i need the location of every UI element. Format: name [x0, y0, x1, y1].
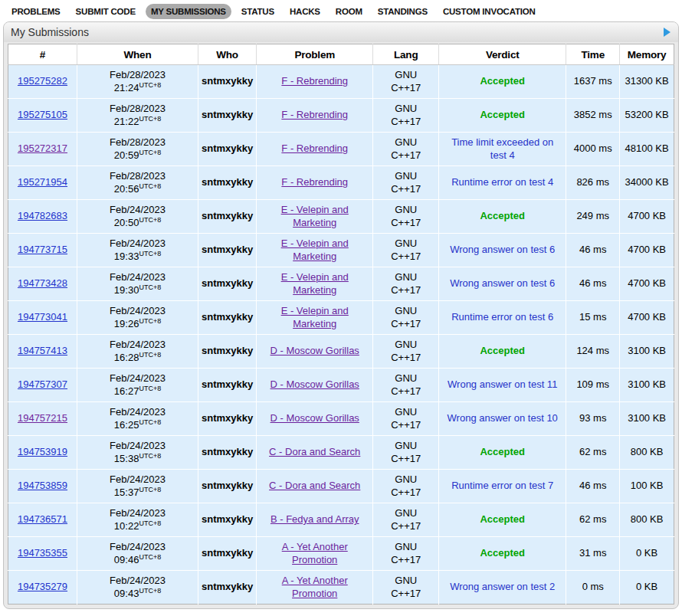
submission-memory: 4700 KB: [620, 234, 674, 267]
submission-memory: 0 KB: [620, 571, 674, 605]
submission-id-link[interactable]: 194757413: [18, 345, 67, 356]
submission-memory: 800 KB: [620, 503, 674, 537]
problem-link[interactable]: C - Dora and Search: [269, 480, 360, 491]
problem-link[interactable]: E - Velepin and Marketing: [281, 305, 349, 329]
problem-link[interactable]: F - Rebrending: [281, 75, 348, 87]
table-row: 194735355 Feb/24/2023 09:46UTC+8 sntmxyk…: [8, 537, 674, 571]
submission-author: sntmxykky: [198, 402, 257, 436]
problem-link[interactable]: D - Moscow Gorillas: [271, 345, 359, 356]
submissions-table: # When Who Problem Lang Verdict Time Mem…: [8, 44, 674, 605]
submission-id-link[interactable]: 195271954: [18, 176, 67, 188]
problem-link[interactable]: D - Moscow Gorillas: [271, 412, 359, 424]
submission-id-link[interactable]: 195275105: [18, 109, 67, 120]
submission-id-link[interactable]: 194735355: [18, 547, 67, 559]
nav-item-standings[interactable]: Standings: [372, 4, 433, 19]
nav-item-problems[interactable]: Problems: [6, 4, 66, 19]
problem-link[interactable]: F - Rebrending: [281, 109, 348, 120]
submission-author: sntmxykky: [198, 99, 257, 133]
submission-memory: 34000 KB: [620, 166, 674, 200]
submission-id-link[interactable]: 195275282: [18, 75, 67, 87]
problem-link[interactable]: E - Velepin and Marketing: [281, 271, 349, 296]
nav-item-status[interactable]: Status: [236, 4, 280, 19]
submission-author: sntmxykky: [198, 571, 257, 605]
submission-lang: GNU C++17: [373, 166, 439, 200]
submission-id-link[interactable]: 194735279: [18, 581, 67, 592]
submission-author: sntmxykky: [198, 234, 257, 267]
submission-id-link[interactable]: 194782683: [18, 210, 67, 221]
submission-lang: GNU C++17: [373, 402, 439, 436]
submission-id-link[interactable]: 194736571: [18, 513, 67, 525]
table-row: 194757307 Feb/24/2023 16:27UTC+8 sntmxyk…: [8, 369, 674, 402]
submission-when: Feb/24/2023 19:33UTC+8: [77, 234, 198, 267]
submission-lang: GNU C++17: [373, 503, 439, 537]
submission-time-consumed: 93 ms: [566, 402, 620, 436]
problem-link[interactable]: D - Moscow Gorillas: [271, 378, 359, 390]
submission-memory: 4700 KB: [620, 267, 674, 301]
submission-memory: 3100 KB: [620, 402, 674, 436]
table-row: 194757215 Feb/24/2023 16:25UTC+8 sntmxyk…: [8, 402, 674, 436]
problem-link[interactable]: F - Rebrending: [281, 143, 348, 154]
table-row: 194757413 Feb/24/2023 16:28UTC+8 sntmxyk…: [8, 335, 674, 369]
submission-memory: 4700 KB: [620, 200, 674, 234]
submission-time-consumed: 1637 ms: [566, 65, 620, 99]
nav-item-my-submissions[interactable]: My Submissions: [146, 4, 231, 19]
nav-item-custom-invocation[interactable]: Custom Invocation: [438, 4, 541, 19]
problem-link[interactable]: E - Velepin and Marketing: [281, 204, 349, 228]
table-row: 194753919 Feb/24/2023 15:38UTC+8 sntmxyk…: [8, 436, 674, 470]
submission-id-link[interactable]: 194773041: [18, 311, 67, 323]
submission-lang: GNU C++17: [373, 537, 439, 571]
submission-lang: GNU C++17: [373, 571, 439, 605]
submission-id-link[interactable]: 194773428: [18, 277, 67, 289]
table-row: 194735279 Feb/24/2023 09:43UTC+8 sntmxyk…: [8, 571, 674, 605]
submission-lang: GNU C++17: [373, 335, 439, 369]
table-header-row: # When Who Problem Lang Verdict Time Mem…: [8, 44, 674, 65]
submission-id-link[interactable]: 194757215: [18, 412, 67, 424]
nav-item-hacks[interactable]: Hacks: [284, 4, 326, 19]
submission-id-link[interactable]: 194757307: [18, 378, 67, 390]
submission-time-consumed: 124 ms: [566, 335, 620, 369]
problem-link[interactable]: A - Yet Another Promotion: [282, 541, 348, 565]
problem-link[interactable]: E - Velepin and Marketing: [281, 238, 349, 262]
submission-when: Feb/24/2023 10:22UTC+8: [77, 503, 198, 537]
nav-item-room[interactable]: Room: [330, 4, 368, 19]
header-when: When: [77, 44, 198, 65]
submission-time-consumed: 15 ms: [566, 301, 620, 335]
submission-when: Feb/24/2023 15:38UTC+8: [77, 436, 198, 470]
submission-memory: 0 KB: [620, 537, 674, 571]
verdict-text: Accepted: [480, 345, 525, 356]
submission-id-link[interactable]: 194773715: [18, 244, 67, 255]
submission-when: Feb/28/2023 20:56UTC+8: [77, 166, 198, 200]
submission-lang: GNU C++17: [373, 99, 439, 133]
submission-lang: GNU C++17: [373, 267, 439, 301]
problem-link[interactable]: B - Fedya and Array: [271, 513, 359, 525]
my-submissions-panel: My Submissions # When Who Problem Lang V…: [3, 21, 679, 609]
submission-id-link[interactable]: 195272317: [18, 143, 67, 154]
submission-when: Feb/24/2023 16:27UTC+8: [77, 369, 198, 402]
collapse-right-triangle-icon[interactable]: [664, 28, 671, 37]
submissions-table-wrap: # When Who Problem Lang Verdict Time Mem…: [8, 44, 674, 605]
submission-id-link[interactable]: 194753919: [18, 446, 67, 457]
submission-memory: 800 KB: [620, 436, 674, 470]
submission-id-link[interactable]: 194753859: [18, 480, 67, 491]
submission-memory: 3100 KB: [620, 335, 674, 369]
submission-author: sntmxykky: [198, 133, 257, 166]
problem-link[interactable]: A - Yet Another Promotion: [282, 575, 348, 599]
verdict-text: Wrong answer on test 10: [448, 412, 558, 424]
problem-link[interactable]: F - Rebrending: [281, 176, 348, 188]
submission-author: sntmxykky: [198, 503, 257, 537]
submission-memory: 31300 KB: [620, 65, 674, 99]
submission-time-consumed: 826 ms: [566, 166, 620, 200]
header-who: Who: [198, 44, 257, 65]
submission-time-consumed: 249 ms: [566, 200, 620, 234]
verdict-text: Accepted: [480, 210, 525, 221]
table-row: 194736571 Feb/24/2023 10:22UTC+8 sntmxyk…: [8, 503, 674, 537]
problem-link[interactable]: C - Dora and Search: [269, 446, 360, 457]
submission-time-consumed: 3852 ms: [566, 99, 620, 133]
contest-nav: ProblemsSubmit CodeMy SubmissionsStatusH…: [0, 0, 682, 21]
table-row: 195275105 Feb/28/2023 21:22UTC+8 sntmxyk…: [8, 99, 674, 133]
verdict-text: Accepted: [480, 513, 525, 525]
panel-caption: My Submissions: [4, 22, 678, 42]
header-memory: Memory: [620, 44, 674, 65]
nav-item-submit-code[interactable]: Submit Code: [70, 4, 141, 19]
submission-time-consumed: 4000 ms: [566, 133, 620, 166]
